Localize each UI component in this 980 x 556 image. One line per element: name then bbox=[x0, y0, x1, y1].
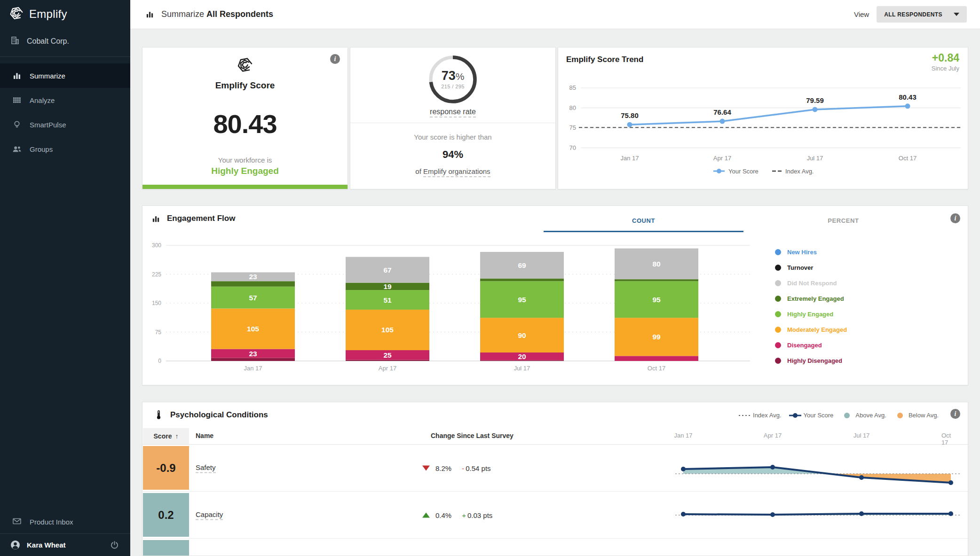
info-icon[interactable]: i bbox=[330, 54, 340, 64]
score-accent-bar bbox=[142, 185, 348, 189]
legend-label: Turnover bbox=[787, 264, 813, 271]
change-since-last-survey: 0.4%+0.03 pts bbox=[422, 511, 492, 519]
tab-percent[interactable]: PERCENT bbox=[743, 206, 943, 232]
svg-text:225: 225 bbox=[152, 271, 161, 278]
divider bbox=[350, 123, 555, 123]
change-column-header: Change Since Last Survey bbox=[431, 432, 514, 439]
user-row[interactable]: Kara Wheat bbox=[0, 533, 130, 556]
workforce-subtitle: Your workforce is bbox=[218, 156, 272, 164]
sidebar-item-analyze[interactable]: Analyze bbox=[0, 88, 130, 112]
psych-legend-belowavg: Below Avg. bbox=[894, 412, 939, 419]
svg-text:75: 75 bbox=[155, 329, 162, 336]
condition-sparkline bbox=[672, 445, 963, 492]
legend-dot-icon bbox=[775, 249, 781, 255]
trend-delta: +0.84 bbox=[932, 52, 959, 64]
page-title-emphasis: All Respondents bbox=[206, 9, 273, 19]
psych-legend-label: Above Avg. bbox=[855, 412, 886, 419]
response-rate-card: 73% 215 / 295 response rate Your score i… bbox=[350, 47, 556, 189]
svg-text:Your Score: Your Score bbox=[728, 168, 759, 175]
svg-text:Jan 17: Jan 17 bbox=[620, 155, 639, 162]
brand[interactable]: Emplify bbox=[0, 0, 130, 28]
psych-row-capacity: 0.2Capacity0.4%+0.03 pts bbox=[142, 492, 968, 539]
svg-text:Jul 17: Jul 17 bbox=[807, 155, 823, 162]
svg-text:75.80: 75.80 bbox=[621, 111, 639, 119]
legend-item-highly-disengaged[interactable]: Highly Disengaged bbox=[775, 353, 847, 368]
emplify-score-title: Emplify Score bbox=[215, 80, 275, 91]
sidebar-item-groups[interactable]: Groups bbox=[0, 137, 130, 161]
sidebar-item-label: SmartPulse bbox=[30, 121, 66, 129]
date-column-apr-17: Apr 17 bbox=[764, 432, 782, 439]
info-icon[interactable]: i bbox=[950, 213, 960, 223]
svg-text:Index Avg.: Index Avg. bbox=[785, 168, 814, 175]
svg-text:57: 57 bbox=[249, 294, 257, 302]
engagement-tabs: COUNTPERCENT bbox=[544, 206, 943, 232]
sidebar-nav: SummarizeAnalyzeSmartPulseGroups bbox=[0, 57, 130, 161]
legend-item-highly-engaged[interactable]: Highly Engaged bbox=[775, 306, 847, 322]
legend-item-extremely-engaged[interactable]: Extremely Engaged bbox=[775, 291, 847, 306]
grid-icon bbox=[12, 95, 22, 105]
date-column-oct-17: Oct 17 bbox=[941, 432, 951, 446]
lightbulb-icon bbox=[12, 120, 22, 129]
legend-dot-icon bbox=[775, 342, 781, 348]
svg-text:85: 85 bbox=[569, 84, 576, 91]
product-inbox[interactable]: Product Inbox bbox=[0, 510, 130, 533]
svg-text:300: 300 bbox=[152, 242, 161, 249]
trend-down-icon bbox=[422, 465, 430, 470]
svg-text:80: 80 bbox=[569, 104, 576, 111]
legend-item-new-hires[interactable]: New Hires bbox=[775, 244, 847, 260]
legend-item-disengaged[interactable]: Disengaged bbox=[775, 337, 847, 353]
sidebar-item-label: Summarize bbox=[30, 72, 65, 80]
change-points: -0.54 pts bbox=[462, 464, 490, 472]
bar-chart-icon bbox=[151, 214, 160, 223]
change-since-last-survey: 8.2%-0.54 pts bbox=[422, 464, 491, 472]
topbar: Summarize All Respondents View ALL RESPO… bbox=[130, 0, 980, 29]
chevron-down-icon bbox=[954, 13, 959, 16]
svg-text:0: 0 bbox=[158, 358, 161, 364]
svg-text:Oct 17: Oct 17 bbox=[648, 365, 665, 372]
score-cell: -0.9 bbox=[143, 446, 189, 490]
emplify-organizations-term[interactable]: Emplify organizations bbox=[423, 167, 490, 177]
sidebar-item-summarize[interactable]: Summarize bbox=[0, 63, 130, 88]
people-icon bbox=[12, 144, 22, 154]
legend-label: Disengaged bbox=[787, 342, 822, 349]
legend-item-moderately-engaged[interactable]: Moderately Engaged bbox=[775, 322, 847, 337]
info-icon[interactable]: i bbox=[950, 409, 960, 419]
score-column-sort[interactable]: Score ↑ bbox=[143, 428, 189, 444]
organization-selector[interactable]: Cobalt Corp. bbox=[0, 28, 130, 57]
response-rate-percent: 73 bbox=[442, 69, 456, 83]
svg-text:Apr 17: Apr 17 bbox=[379, 365, 396, 372]
trend-up-icon bbox=[422, 512, 430, 517]
tab-count[interactable]: COUNT bbox=[544, 206, 743, 232]
condition-name[interactable]: Capacity bbox=[196, 510, 223, 520]
trend-title: Emplify Score Trend bbox=[566, 55, 643, 64]
legend-dot-icon bbox=[775, 327, 781, 333]
sidebar-item-smartpulse[interactable]: SmartPulse bbox=[0, 112, 130, 137]
legend-dot-icon bbox=[775, 265, 781, 271]
response-rate-term[interactable]: response rate bbox=[430, 108, 476, 117]
engagement-flow-card: Engagement Flow COUNTPERCENT i 075150225… bbox=[142, 205, 968, 385]
psych-legend-label: Index Avg. bbox=[753, 412, 781, 419]
bar-chart-icon bbox=[12, 71, 22, 80]
change-points: +0.03 pts bbox=[462, 511, 492, 519]
legend-item-turnover[interactable]: Turnover bbox=[775, 260, 847, 275]
svg-text:19: 19 bbox=[383, 282, 392, 290]
view-dropdown[interactable]: ALL RESPONDENTS bbox=[877, 6, 967, 23]
dashboard-content: i Emplify Score 80.43 Your workforce is … bbox=[130, 29, 980, 556]
legend-label: Highly Engaged bbox=[787, 311, 833, 318]
emplify-score-value: 80.43 bbox=[213, 109, 277, 139]
legend-label: New Hires bbox=[787, 249, 817, 256]
page-title-prefix: Summarize bbox=[161, 9, 204, 19]
condition-name[interactable]: Safety bbox=[196, 463, 216, 473]
svg-text:20: 20 bbox=[518, 352, 526, 360]
sidebar-item-label: Analyze bbox=[30, 96, 55, 104]
svg-text:Jan 17: Jan 17 bbox=[244, 365, 262, 372]
svg-text:105: 105 bbox=[381, 326, 394, 334]
emplify-logo-icon bbox=[9, 6, 24, 22]
svg-text:150: 150 bbox=[152, 300, 161, 306]
legend-item-did-not-respond[interactable]: Did Not Respond bbox=[775, 275, 847, 291]
envelope-icon bbox=[12, 517, 22, 527]
building-icon bbox=[10, 36, 20, 47]
svg-text:Oct 17: Oct 17 bbox=[899, 155, 917, 162]
logout-power-icon[interactable] bbox=[110, 540, 119, 549]
psych-legend-aboveavg: Above Avg. bbox=[841, 412, 886, 419]
